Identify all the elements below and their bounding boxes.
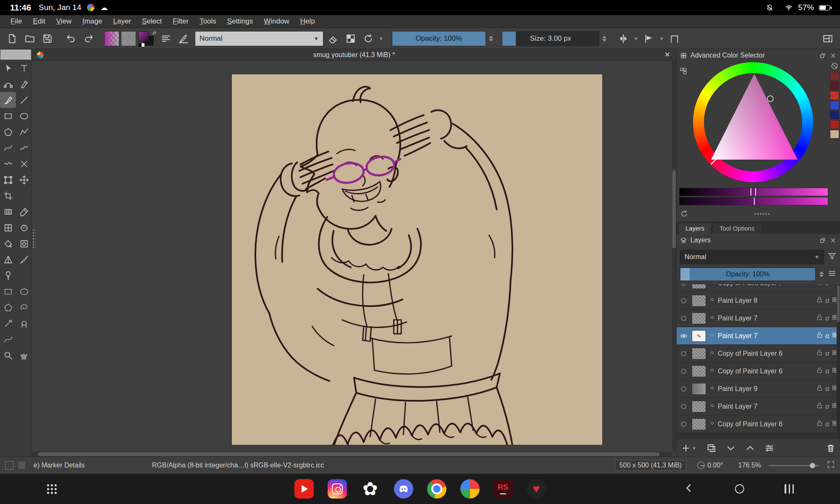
layer-list-scrollbar[interactable] bbox=[837, 284, 840, 439]
panel-splitter-handle[interactable] bbox=[32, 228, 35, 248]
blend-mode-dropdown[interactable]: Normal ▼ bbox=[195, 31, 323, 46]
history-swatch-2[interactable] bbox=[830, 91, 839, 100]
assistants-tool[interactable] bbox=[0, 252, 16, 268]
measure-tool[interactable] bbox=[16, 252, 32, 268]
close-docker-icon[interactable] bbox=[830, 237, 837, 244]
move-layer-up-button[interactable] bbox=[745, 443, 755, 453]
polygonal-selection-tool[interactable] bbox=[0, 299, 16, 315]
layer-hidden-icon[interactable] bbox=[678, 297, 689, 305]
alpha-lock-icon[interactable]: α bbox=[825, 385, 829, 393]
alpha-lock-icon[interactable]: α bbox=[825, 350, 829, 357]
shade-bar-2[interactable] bbox=[679, 197, 828, 205]
canvas-vertical-scrollbar[interactable] bbox=[672, 61, 676, 452]
layer-lock-icon[interactable] bbox=[816, 420, 823, 428]
layer-lock-icon[interactable] bbox=[816, 367, 823, 375]
alpha-lock-icon[interactable]: α bbox=[825, 297, 829, 304]
layer-row-1[interactable]: Paint Layer 8α bbox=[677, 292, 840, 310]
layer-options-menu-icon[interactable] bbox=[827, 269, 837, 280]
reload-preset-button[interactable] bbox=[360, 31, 376, 47]
similar-color-selection-tool[interactable] bbox=[0, 315, 16, 331]
history-swatch-4[interactable] bbox=[830, 110, 839, 119]
line-tool[interactable] bbox=[16, 92, 32, 108]
menu-image[interactable]: Image bbox=[77, 17, 108, 26]
layer-lock-icon[interactable] bbox=[816, 384, 823, 393]
freehand-selection-tool[interactable] bbox=[16, 299, 32, 315]
layer-row-6[interactable]: Paint Layer 9α bbox=[677, 380, 840, 398]
freehand-path-tool[interactable] bbox=[16, 140, 32, 156]
hue-ring[interactable] bbox=[693, 62, 813, 182]
wrap-around-mode-button[interactable] bbox=[641, 31, 657, 47]
close-docker-icon[interactable] bbox=[830, 52, 837, 59]
history-swatch-1[interactable] bbox=[830, 81, 839, 90]
mirror-horizontal-button[interactable] bbox=[615, 31, 631, 47]
layer-row-5[interactable]: Copy of Paint Layer 6α bbox=[677, 362, 840, 380]
duplicate-layer-button[interactable] bbox=[706, 443, 717, 453]
alpha-lock-icon[interactable]: α bbox=[825, 403, 829, 410]
move-layer-down-button[interactable] bbox=[726, 443, 736, 453]
reference-images-tool[interactable] bbox=[0, 268, 16, 284]
canvas-horizontal-scrollbar[interactable] bbox=[32, 452, 672, 457]
layer-row-2[interactable]: Paint Layer 7α bbox=[677, 310, 840, 327]
alpha-lock-icon[interactable]: α bbox=[825, 315, 829, 322]
alpha-lock-icon[interactable]: α bbox=[825, 332, 829, 340]
bezier-curve-tool[interactable] bbox=[0, 140, 16, 156]
history-swatch-0[interactable] bbox=[830, 72, 839, 81]
menu-window[interactable]: Window bbox=[258, 17, 294, 26]
close-document-icon[interactable]: ✕ bbox=[664, 50, 670, 59]
layer-hidden-icon[interactable] bbox=[678, 314, 689, 323]
polygon-tool[interactable] bbox=[0, 124, 16, 140]
color-selector-settings-icon[interactable] bbox=[679, 67, 688, 77]
menu-layer[interactable]: Layer bbox=[108, 17, 137, 26]
transform-select-tool[interactable] bbox=[0, 60, 16, 76]
crop-tool[interactable] bbox=[0, 188, 16, 204]
pattern-edit-tool[interactable] bbox=[0, 220, 16, 236]
elliptical-selection-tool[interactable] bbox=[16, 284, 32, 299]
layer-properties-button[interactable] bbox=[764, 443, 774, 453]
app-icon-gallery-flower[interactable]: ✿ bbox=[361, 479, 380, 499]
chevron-down-icon[interactable]: ▼ bbox=[659, 36, 664, 41]
zoom-slider[interactable] bbox=[769, 465, 819, 466]
save-button[interactable] bbox=[39, 31, 55, 47]
layer-hidden-icon[interactable] bbox=[678, 367, 689, 375]
history-swatch-6[interactable] bbox=[830, 130, 839, 139]
rectangle-tool[interactable] bbox=[0, 108, 16, 124]
delete-layer-button[interactable] bbox=[826, 443, 836, 453]
move-tool[interactable] bbox=[16, 172, 32, 188]
color-sampler-tool[interactable] bbox=[16, 204, 32, 220]
layer-hidden-icon[interactable] bbox=[678, 402, 689, 411]
text-tool[interactable] bbox=[16, 60, 32, 76]
bezier-selection-tool[interactable] bbox=[0, 331, 16, 347]
selection-mode-icon[interactable] bbox=[18, 461, 26, 470]
opacity-slider[interactable]: Opacity: 100% bbox=[392, 31, 486, 46]
app-icon-chrome[interactable] bbox=[427, 479, 446, 499]
app-icon-discord[interactable] bbox=[394, 479, 413, 499]
layer-lock-icon[interactable] bbox=[816, 314, 823, 323]
layer-opacity-slider[interactable]: Opacity: 100% bbox=[680, 268, 816, 281]
menu-settings[interactable]: Settings bbox=[222, 17, 258, 26]
fullscreen-icon[interactable] bbox=[827, 460, 835, 470]
menu-help[interactable]: Help bbox=[295, 17, 320, 26]
ellipse-tool[interactable] bbox=[16, 108, 32, 124]
menu-view[interactable]: View bbox=[51, 17, 77, 26]
layer-row-8[interactable]: Copy of Paint Layer 6α bbox=[677, 415, 840, 433]
layer-row-4[interactable]: Copy of Paint Layer 6α bbox=[677, 345, 840, 362]
gamut-mask-off-icon[interactable] bbox=[830, 62, 839, 72]
menu-file[interactable]: File bbox=[5, 17, 27, 26]
hsv-triangle[interactable] bbox=[693, 62, 813, 182]
brush-option-slider-icon[interactable] bbox=[158, 31, 174, 47]
polyline-tool[interactable] bbox=[16, 124, 32, 140]
history-swatch-5[interactable] bbox=[830, 120, 839, 129]
chevron-down-icon[interactable]: ▼ bbox=[634, 36, 638, 41]
menu-filter[interactable]: Filter bbox=[167, 17, 194, 26]
layer-row-0[interactable]: Copy of Paint Layer 7α bbox=[677, 284, 840, 292]
fill-tool[interactable] bbox=[0, 236, 16, 252]
rectangular-selection-tool[interactable] bbox=[0, 284, 16, 299]
add-layer-button[interactable]: ▼ bbox=[681, 443, 697, 453]
chevron-down-icon[interactable]: ▼ bbox=[379, 36, 383, 41]
pan-tool[interactable] bbox=[16, 347, 32, 363]
gradient-chooser[interactable] bbox=[104, 31, 119, 46]
undo-button[interactable] bbox=[63, 31, 79, 47]
docker-splitter-dots[interactable]: •••••• bbox=[688, 211, 837, 217]
layer-filter-icon[interactable] bbox=[827, 252, 837, 262]
zoom-tool[interactable] bbox=[0, 347, 16, 363]
